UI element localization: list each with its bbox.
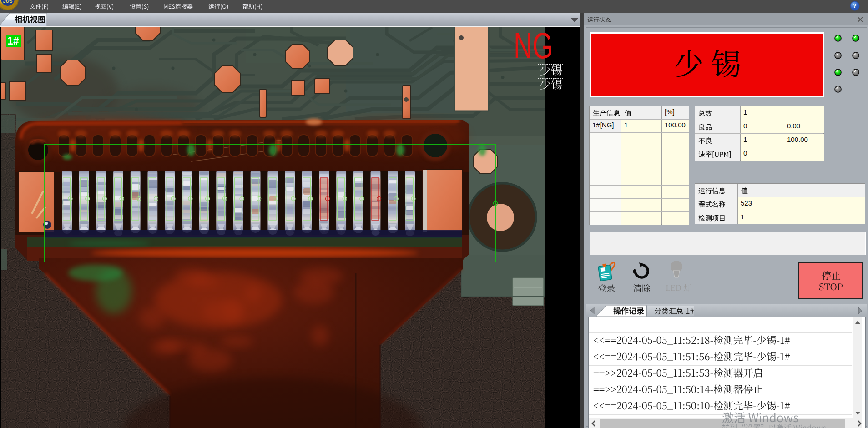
svg-text:JUS: JUS bbox=[3, 0, 13, 4]
svg-text:?: ? bbox=[853, 2, 857, 10]
